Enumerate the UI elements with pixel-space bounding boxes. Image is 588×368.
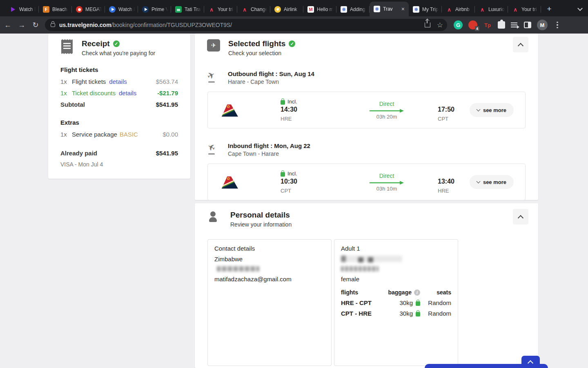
plane-takeoff-icon: ✈ [207,70,219,82]
travelgenio-icon: ❄ [413,6,419,13]
collapse-flights-button[interactable] [513,37,528,52]
tab-bleach[interactable]: FBleach [39,2,72,16]
airbnb-icon: ∧ [479,6,486,13]
tab-luxurio[interactable]: ∧Luxurio [475,2,508,16]
personal-details-card: Personal details Review your information… [195,203,538,368]
person-icon [209,211,222,223]
tab-your-trips-1[interactable]: ∧Your tri [204,2,237,16]
details-link[interactable]: details [109,78,127,85]
scroll-to-top-button[interactable] [521,356,540,368]
receipt-row-service-package: 1x Service package BASIC $0.00 [60,131,178,138]
navy-play-icon [142,6,149,13]
tab-change[interactable]: ∧Change [237,2,270,16]
tab-travelgenio-active[interactable]: ❄Trav× [370,2,409,16]
arrival-time: 13:40 [438,178,470,185]
row-qty: 1x [60,78,72,85]
tab-your-trips-2[interactable]: ∧Your tri [508,2,541,16]
url-path: /booking/confirmation/TGUSDUPZ3OWEOT9S/ [111,22,232,28]
flight-ticket-icon: ✈ [207,39,220,52]
travelgenio-icon: ❄ [341,6,347,13]
close-tab-icon[interactable]: × [401,6,405,12]
plane-landing-icon: ✈ [207,142,219,154]
tab-label: Prime V [151,7,168,12]
outbound-leg: ✈ Outbound flight : Sun, Aug 14 Harare -… [195,70,538,128]
airbnb-icon: ∧ [208,6,215,13]
baggage-included-icon [281,172,285,177]
col-header-flights: flights [341,289,381,296]
inbound-heading: Inbound flight : Mon, Aug 22 [228,142,310,149]
profile-avatar[interactable]: M [537,20,548,30]
forward-button[interactable]: → [16,19,28,31]
extensions-row: G 4 Tp M [454,20,561,30]
play-purple-icon [10,6,16,13]
outbound-route: Harare - Cape Town [228,79,314,85]
extras-header: Extras [60,119,178,126]
tab-label: Bleach [52,7,69,12]
share-icon[interactable] [425,22,430,27]
col-header-baggage: baggage [388,289,412,296]
extensions-puzzle-icon[interactable] [498,21,505,29]
baggage-seats-table: flights baggagei seats HRE - CPT 30kg Ra… [341,289,451,317]
screen: Watch B FBleach MEGAT Watch L Prime V Ta… [0,0,588,368]
tab-airbnb[interactable]: ∧Airbnb [442,2,475,16]
gmail-icon: M [307,6,314,13]
tab-gmail[interactable]: MHello m [303,2,336,16]
payment-method: VISA - Mon Jul 4 [60,161,178,168]
tab-label: Watch B [19,7,36,12]
red-extension-icon[interactable]: 4 [468,20,477,29]
collapse-personal-button[interactable] [513,209,528,224]
tab-label: Tati Tra [185,7,201,12]
col-header-seats: seats [420,289,451,296]
tab-watch-2[interactable]: Watch L [105,2,138,16]
address-bar[interactable]: us.travelgenio.com /booking/confirmation… [45,19,447,31]
baggage-bag-icon [416,312,420,316]
arrival-code: CPT [438,116,470,122]
tab-my-trips[interactable]: ❄My Trip [409,2,442,16]
back-button[interactable]: ← [2,19,14,31]
departure-time: 10:30 [281,178,350,185]
tab-prime[interactable]: Prime V [138,2,171,16]
see-more-button[interactable]: see more [470,103,514,117]
redacted-name [341,256,402,262]
personal-details-subtitle: Review your information [230,221,292,228]
bookmark-star-icon[interactable]: ☆ [437,21,443,29]
tab-overflow-chevron-icon[interactable] [577,6,582,11]
reload-button[interactable]: ↻ [29,19,42,31]
airbnb-icon: ∧ [241,6,248,13]
flight-arrow-icon [370,109,404,113]
stops-label: Direct [350,101,423,107]
grammarly-extension-icon[interactable]: G [454,20,463,29]
contact-details-box: Contact details Zimbabwe matifadzachaza@… [207,239,332,366]
check-circle-icon: ✓ [113,40,120,47]
media-queue-icon[interactable] [511,22,518,28]
tab-adding[interactable]: ❄Adding [336,2,370,16]
contact-details-heading: Contact details [214,245,325,252]
browser-tabstrip: Watch B FBleach MEGAT Watch L Prime V Ta… [0,0,588,16]
table-row-flight: CPT - HRE [341,310,381,317]
subtotal-row: Subtotal $541.95 [60,101,178,108]
flight-duration: 03h 10m [350,186,423,192]
info-icon[interactable]: i [414,289,420,296]
side-panel-icon[interactable] [524,22,531,28]
tab-label: Airbnb [455,7,472,12]
stops-label: Direct [350,173,423,179]
browser-menu-icon[interactable] [553,22,561,29]
selected-flights-subtitle: Check your selection [228,50,295,56]
see-more-button[interactable]: see more [470,175,514,189]
new-tab-button[interactable]: + [543,3,555,15]
tab-watch-1[interactable]: Watch B [6,2,39,16]
tab-label: Your tri [521,7,538,12]
tab-label: Airlink [284,7,300,12]
travelpayouts-extension-icon[interactable]: Tp [483,20,492,29]
receipt-icon [60,39,74,55]
already-paid-amount: $541.95 [156,150,178,157]
page-content: Receipt✓ Check what you're paying for Fl… [0,34,588,368]
blue-play-icon [109,6,116,13]
tab-airlink[interactable]: Airlink [270,2,303,16]
table-row-flight: HRE - CPT [341,299,381,306]
red-dot-icon [76,6,82,13]
tab-megat[interactable]: MEGAT [72,2,105,16]
tab-tati[interactable]: Tati Tra [171,2,204,16]
details-link[interactable]: details [119,90,136,96]
subtotal-label: Subtotal [60,101,85,108]
